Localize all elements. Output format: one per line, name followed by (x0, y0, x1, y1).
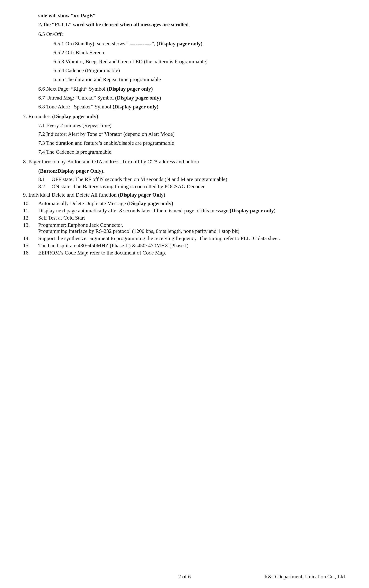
item6-5-5: 6.5.5 The duration and Repeat time progr… (23, 75, 346, 84)
page-indicator: 2 of 6 (178, 574, 191, 580)
item6-5-3: 6.5.3 Vibrator, Beep, Red and Green LED … (23, 57, 346, 66)
item8-1: 8.1 OFF state: The RF off N seconds then… (23, 176, 346, 182)
item7-header: 7. Reminder: (Display pager only) (23, 112, 346, 121)
company-name: R&D Department, Unication Co., Ltd. (264, 574, 346, 580)
item15: 15. The band split are 430~450MHZ (Phase… (23, 243, 346, 249)
item13: 13. Programmer: Earphone Jack Connector.… (23, 222, 346, 234)
item9: 9. Individual Delete and Delete All func… (23, 191, 346, 199)
item6-5-1: 6.5.1 On (Standby): screen shows “ -----… (23, 40, 346, 48)
item6-7: 6.7 Unread Msg: “Unread” Symbol (Display… (23, 94, 346, 102)
item2: 2. the “FULL” word will be cleared when … (23, 20, 346, 29)
item6-5-2: 6.5.2 Off: Blank Screen (23, 48, 346, 57)
item14: 14. Support the synthesizer argument to … (23, 235, 346, 241)
item6-8: 6.8 Tone Alert: “Speaker” Symbol (Displa… (23, 102, 346, 111)
item7-4: 7.4 The Cadence is programmable. (23, 148, 346, 156)
content-area: side will show “xx-PagE” 2. the “FULL” w… (23, 11, 346, 256)
header-line: side will show “xx-PagE” (23, 11, 346, 20)
item8-2: 8.2 ON state: The Battery saving timing … (23, 183, 346, 190)
item8-header: 8. Pager turns on by Button and OTA addr… (23, 157, 346, 175)
item11: 11. Display next page automatically afte… (23, 208, 346, 214)
item7-1: 7.1 Every 2 minutes (Repeat time) (23, 121, 346, 130)
item7-3: 7.3 The duration and feature’s enable/di… (23, 139, 346, 147)
item6-5-header: 6.5 On/Off: (23, 30, 346, 39)
item6-6: 6.6 Next Page: “Right” Symbol (Display p… (23, 85, 346, 93)
item12: 12. Self Test at Cold Start (23, 215, 346, 221)
item7-2: 7.2 Indicator: Alert by Tone or Vibrator… (23, 130, 346, 138)
page-container: side will show “xx-PagE” 2. the “FULL” w… (0, 0, 369, 588)
item10: 10. Automatically Delete Duplicate Messa… (23, 200, 346, 206)
item16: 16. EEPROM’s Code Map: refer to the docu… (23, 250, 346, 256)
item6-5-4: 6.5.4 Cadence (Programmable) (23, 66, 346, 75)
